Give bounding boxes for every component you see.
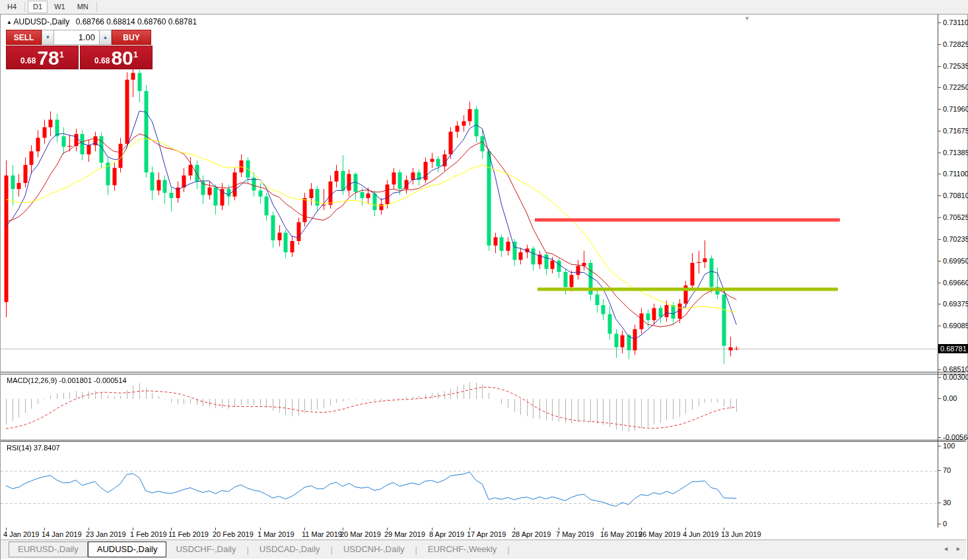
price-scale-tick (938, 283, 941, 283)
sell-price-point: 1 (59, 50, 64, 59)
rsi-scale-label: 0 (943, 520, 947, 528)
rsi-indicator-pane[interactable]: RSI(14) 37.8407 (1, 441, 966, 528)
date-axis-label: 4 Jun 2019 (683, 530, 718, 538)
collapse-arrow-icon[interactable]: ▲ (7, 19, 12, 25)
rsi-scale-label: 30 (943, 499, 951, 507)
date-axis-label: 17 Apr 2019 (467, 530, 506, 538)
price-scale-label: 0.71385 (943, 149, 968, 157)
price-scale-tick (938, 87, 941, 88)
date-axis-label: 20 Mar 2019 (340, 530, 381, 538)
rsi-scale-tick (938, 446, 941, 446)
price-scale-label: 0.72250 (943, 83, 968, 91)
toolbar-separator (24, 2, 25, 12)
date-axis[interactable]: 4 Jan 201914 Jan 201923 Jan 20191 Feb 20… (1, 528, 966, 540)
price-chart-pane[interactable]: ▲ AUDUSD-,Daily 0.68766 0.68814 0.68760 … (1, 15, 966, 372)
timeframe-button-d1[interactable]: D1 (28, 1, 48, 13)
rsi-scale-label: 70 (943, 466, 951, 474)
date-axis-label: 26 May 2019 (639, 530, 681, 538)
chart-shift-marker-icon[interactable]: ▼ (744, 15, 750, 22)
price-scale-tick (938, 66, 941, 67)
symbol-tab-usdcad[interactable]: USDCAD-,Daily (250, 542, 329, 557)
tabs-scroll-left-button[interactable]: ◄ (941, 543, 951, 554)
sell-price-panel[interactable]: 0.68 78 1 (6, 46, 79, 69)
rsi-scale-label: 100 (943, 442, 955, 450)
rsi-scale-tick (938, 470, 941, 471)
volume-input[interactable] (54, 30, 99, 45)
macd-scale-tick (938, 398, 941, 399)
buy-button[interactable]: BUY (112, 30, 151, 45)
price-scale-tick (938, 217, 941, 218)
date-axis-label: 13 Jun 2019 (721, 530, 761, 538)
price-scale-label: 0.71675 (943, 127, 968, 135)
price-scale-label: 0.71960 (943, 105, 968, 113)
tab-separator: | (329, 545, 334, 555)
sell-price-pips: 78 (37, 49, 59, 67)
chart-title: ▲ AUDUSD-,Daily 0.68766 0.68814 0.68760 … (7, 17, 197, 26)
macd-scale-label: -0.005648 (943, 433, 968, 441)
date-axis-label: 1 Feb 2019 (130, 530, 167, 538)
price-scale-tick (938, 261, 941, 262)
date-axis-label: 11 Mar 2019 (302, 530, 342, 538)
one-click-trading-widget: SELL ▼ ▲ BUY 0.68 78 1 0.68 80 1 (6, 30, 153, 69)
price-scale-tick (938, 326, 941, 326)
price-scale-label: 0.68510 (943, 365, 968, 373)
symbol-tab-audusd[interactable]: AUDUSD-,Daily (88, 542, 167, 557)
tab-separator: | (506, 545, 510, 555)
buy-price-point: 1 (133, 50, 138, 59)
price-scale-tick (938, 304, 941, 304)
macd-scale-tick (938, 437, 941, 438)
macd-chart-canvas[interactable] (1, 374, 938, 438)
tab-separator: | (413, 545, 418, 555)
symbol-tab-eurchf[interactable]: EURCHF-,Weekly (419, 542, 506, 557)
sell-price-prefix: 0.68 (20, 56, 36, 65)
price-scale-tick (938, 153, 941, 153)
rsi-scale-tick (938, 503, 941, 503)
current-price-tag: 0.68781 (938, 344, 968, 353)
tabs-scroll-right-button[interactable]: ► (953, 543, 963, 554)
price-scale-label: 0.69085 (943, 322, 968, 330)
date-axis-label: 29 Mar 2019 (384, 530, 425, 538)
date-axis-label: 23 Jan 2019 (86, 530, 126, 538)
date-axis-label: 16 May 2019 (600, 530, 642, 538)
date-axis-label: 8 Apr 2019 (429, 530, 464, 538)
price-scale-label: 0.70810 (943, 192, 968, 199)
price-scale-tick (938, 44, 941, 45)
sell-button[interactable]: SELL (6, 30, 42, 45)
date-axis-label: 4 Jan 2019 (3, 530, 39, 538)
price-scale-tick (938, 109, 941, 110)
price-scale-tick (938, 195, 941, 196)
buy-price-panel[interactable]: 0.68 80 1 (80, 46, 153, 69)
date-axis-label: 28 Apr 2019 (512, 530, 551, 538)
symbol-tab-usdchf[interactable]: USDCHF-,Daily (166, 542, 245, 557)
date-axis-label: 7 May 2019 (556, 530, 594, 538)
trading-terminal: H4D1W1MN ▲ AUDUSD-,Daily 0.68766 0.68814… (0, 0, 968, 560)
price-scale-tick (938, 239, 941, 240)
date-axis-label: 11 Feb 2019 (168, 530, 209, 538)
price-scale-tick (938, 369, 941, 370)
price-scale-label: 0.71100 (943, 170, 968, 178)
tab-separator: | (245, 545, 250, 555)
timeframe-button-mn[interactable]: MN (72, 1, 94, 13)
price-scale-label: 0.72825 (943, 40, 968, 48)
symbol-tab-usdcnh[interactable]: USDCNH-,Daily (334, 542, 413, 557)
macd-scale-label: 0.003003 (943, 373, 968, 381)
macd-label: MACD(12,26,9) -0.001801 -0.000514 (7, 376, 127, 384)
price-scale-label: 0.70235 (943, 235, 968, 243)
price-scale-tick (938, 22, 941, 23)
toolbar-separator (96, 2, 97, 12)
price-scale-label: 0.69375 (943, 300, 968, 308)
buy-price-prefix: 0.68 (94, 56, 110, 65)
price-scale-label: 0.72535 (943, 62, 968, 70)
volume-decrease-button[interactable]: ▼ (42, 30, 54, 45)
timeframe-button-h4[interactable]: H4 (2, 1, 22, 13)
price-scale-label: 0.73110 (943, 18, 968, 26)
macd-indicator-pane[interactable]: MACD(12,26,9) -0.001801 -0.000514 (1, 374, 966, 440)
volume-increase-button[interactable]: ▲ (99, 30, 112, 45)
symbol-tab-eurusd[interactable]: EURUSD-,Daily (9, 542, 88, 557)
timeframe-button-w1[interactable]: W1 (49, 1, 71, 13)
rsi-chart-canvas[interactable] (1, 442, 938, 526)
macd-scale-label: 0.00 (943, 394, 957, 402)
price-scale-label: 0.70525 (943, 213, 968, 221)
date-axis-label: 14 Jan 2019 (42, 530, 82, 538)
timeframe-toolbar: H4D1W1MN (0, 0, 968, 15)
